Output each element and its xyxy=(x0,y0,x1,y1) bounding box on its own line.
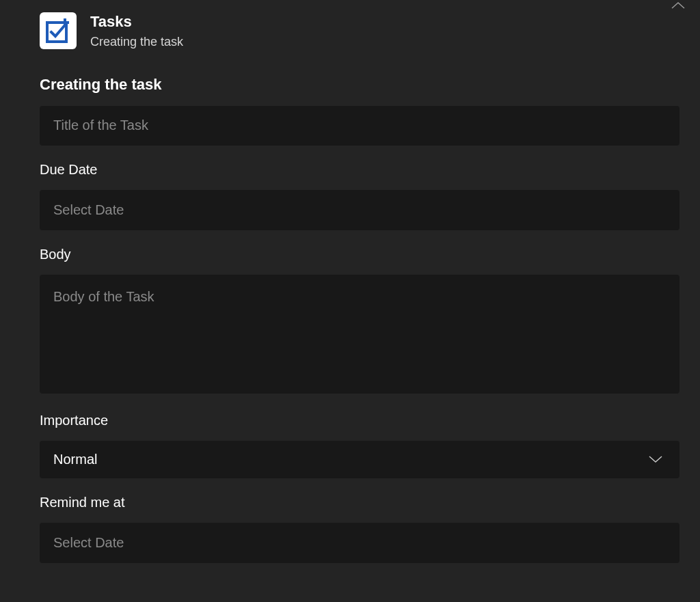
checkbox-plus-icon xyxy=(44,17,72,44)
svg-rect-2 xyxy=(61,21,69,24)
task-form-container: Tasks Creating the task Creating the tas… xyxy=(0,0,700,563)
app-title: Tasks xyxy=(90,12,183,31)
task-body-input[interactable] xyxy=(40,275,679,394)
importance-selected-value: Normal xyxy=(53,452,97,467)
due-date-input[interactable] xyxy=(40,190,679,230)
remind-me-label: Remind me at xyxy=(40,495,679,510)
form-header: Tasks Creating the task xyxy=(40,12,679,51)
tasks-app-icon xyxy=(40,12,77,49)
body-label: Body xyxy=(40,247,679,262)
header-text-block: Tasks Creating the task xyxy=(90,12,183,51)
importance-label: Importance xyxy=(40,413,679,428)
task-title-input[interactable] xyxy=(40,106,679,146)
importance-select[interactable]: Normal xyxy=(40,441,679,478)
app-subtitle: Creating the task xyxy=(90,33,183,51)
remind-me-input[interactable] xyxy=(40,523,679,563)
form-heading: Creating the task xyxy=(40,76,679,94)
chevron-down-icon xyxy=(648,454,663,464)
close-button[interactable] xyxy=(669,0,688,11)
due-date-label: Due Date xyxy=(40,162,679,178)
chevron-up-icon xyxy=(671,1,686,10)
